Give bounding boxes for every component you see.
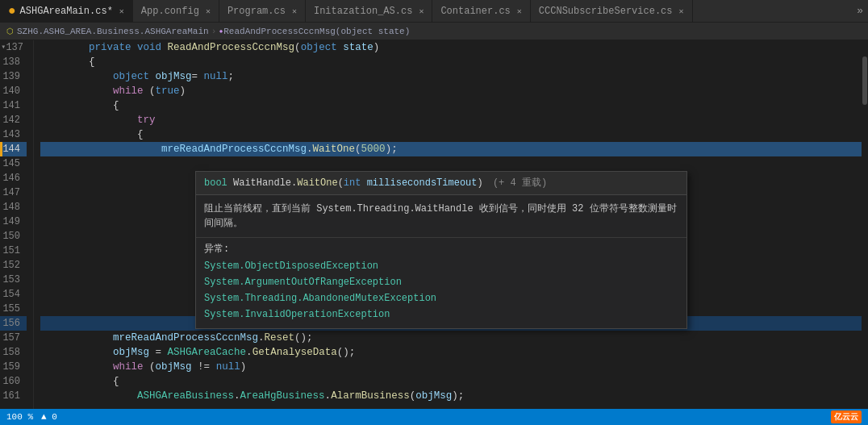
gutter-157: 157 — [0, 331, 27, 345]
close-icon[interactable]: ✕ — [119, 6, 124, 16]
code-line-137: private void ReadAndProcessCccnMsg(objec… — [40, 40, 868, 55]
popup-return-type: bool — [204, 177, 227, 189]
tab-label-container: Container.cs — [440, 6, 510, 17]
gutter-143: 143 — [0, 127, 27, 142]
tab-label-appconfig: App.config — [141, 6, 199, 17]
breadcrumb-bar: ⬡ SZHG.ASHG_AREA.Business.ASHGAreaMain ›… — [0, 23, 868, 40]
gutter-142: 142 — [0, 113, 27, 127]
gutter-147: 147 — [0, 185, 27, 200]
line-number-gutter: ▾137 138 139 140 141 142 143 144 145 146… — [0, 40, 34, 409]
popup-exception-3: System.Threading.AbandonedMutexException — [196, 290, 686, 306]
code-line-161: ASHGAreaBusiness.AreaHgBusiness.AlarmBus… — [40, 389, 868, 403]
tab-label-cccnsubscribe: CCCNSubscribeService.cs — [539, 6, 673, 17]
code-line-142: try — [40, 113, 868, 127]
logo-box: 亿云云 — [831, 410, 862, 423]
close-icon[interactable]: ✕ — [517, 6, 522, 16]
tab-ashgareamain[interactable]: ● ASHGAreaMain.cs* ✕ — [0, 0, 133, 22]
tab-label-initazation: Initazation_AS.cs — [314, 6, 412, 17]
vertical-scrollbar[interactable] — [862, 40, 868, 393]
gutter-150: 150 — [0, 229, 27, 244]
gutter-138: 138 — [0, 55, 27, 69]
gutter-156: 156 — [0, 316, 27, 331]
code-editor[interactable]: private void ReadAndProcessCccnMsg(objec… — [34, 40, 868, 409]
popup-header: bool WaitHandle.WaitOne(int milliseconds… — [196, 172, 686, 195]
breadcrumb-left: SZHG.ASHG_AREA.Business.ASHGAreaMain — [17, 27, 209, 36]
gutter-151: 151 — [0, 244, 27, 258]
class-icon: ⬡ — [6, 27, 14, 36]
code-line-160: { — [40, 374, 868, 389]
branding-logo: 亿云云 — [831, 410, 862, 423]
zoom-level: 100 % — [6, 412, 33, 422]
code-line-157: mreReadAndProcessCccnMsg.Reset(); — [40, 331, 868, 345]
gutter-146: 146 — [0, 171, 27, 185]
popup-overload: (+ 4 重载) — [493, 177, 547, 189]
code-line-159: while (objMsg != null) — [40, 360, 868, 374]
tab-container[interactable]: Container.cs ✕ — [432, 0, 530, 22]
code-line-145 — [40, 156, 868, 171]
tab-overflow-button[interactable]: » — [852, 0, 868, 22]
tab-cccnsubscribe[interactable]: CCCNSubscribeService.cs ✕ — [531, 0, 693, 22]
gutter-160: 160 — [0, 374, 27, 389]
gutter-152: 152 — [0, 258, 27, 273]
tab-modified-dot: ● — [8, 5, 16, 18]
intellisense-popup: bool WaitHandle.WaitOne(int milliseconds… — [195, 171, 687, 329]
popup-exception-4: System.InvalidOperationException — [196, 306, 686, 328]
tab-label-programcs: Program.cs — [227, 6, 286, 17]
gutter-158: 158 — [0, 345, 27, 360]
code-line-140: while (true) — [40, 84, 868, 98]
gutter-145: 145 — [0, 156, 27, 171]
close-icon[interactable]: ✕ — [206, 6, 211, 16]
popup-description: 阻止当前线程，直到当前 System.Threading.WaitHandle … — [196, 195, 686, 238]
tab-bar: ● ASHGAreaMain.cs* ✕ App.config ✕ Progra… — [0, 0, 868, 23]
popup-exception-2: System.ArgumentOutOfRangeException — [196, 274, 686, 290]
popup-method-name: WaitOne — [297, 177, 337, 189]
gutter-141: 141 — [0, 98, 27, 113]
close-icon[interactable]: ✕ — [679, 6, 684, 16]
gutter-148: 148 — [0, 200, 27, 215]
code-line-141: { — [40, 98, 868, 113]
gutter-137: ▾137 — [0, 40, 27, 55]
gutter-154: 154 — [0, 287, 27, 302]
tab-appconfig[interactable]: App.config ✕ — [133, 0, 219, 22]
close-icon[interactable]: ✕ — [292, 6, 297, 16]
scrollbar-thumb[interactable] — [862, 56, 867, 105]
gutter-139: 139 — [0, 69, 27, 84]
breadcrumb-right: ReadAndProcessCccnMsg(object state) — [223, 27, 410, 36]
gutter-153: 153 — [0, 273, 27, 287]
tab-programcs[interactable]: Program.cs ✕ — [219, 0, 306, 22]
code-line-139: object objMsg= null; — [40, 69, 868, 84]
gutter-155: 155 — [0, 302, 27, 316]
gutter-144: 144 — [0, 142, 27, 156]
gutter-159: 159 — [0, 360, 27, 374]
code-line-138: { — [40, 55, 868, 69]
status-bar: 100 % ▲ 0 亿云云 — [0, 409, 868, 425]
gutter-140: 140 — [0, 84, 27, 98]
error-count: ▲ 0 — [41, 412, 57, 422]
breadcrumb-separator: › — [211, 27, 217, 36]
popup-exceptions-title: 异常: — [196, 238, 686, 258]
gutter-161: 161 — [0, 389, 27, 403]
tab-initazation[interactable]: Initazation_AS.cs ✕ — [306, 0, 432, 22]
tab-label-ashgareamain: ASHGAreaMain.cs* — [20, 6, 113, 17]
close-icon[interactable]: ✕ — [419, 6, 424, 16]
code-line-143: { — [40, 127, 868, 142]
editor-area: ▾137 138 139 140 141 142 143 144 145 146… — [0, 40, 868, 409]
code-line-158: objMsg = ASHGAreaCache.GetAnalyseData(); — [40, 345, 868, 360]
code-line-144: mreReadAndProcessCccnMsg.WaitOne(5000); — [40, 142, 868, 156]
popup-exception-1: System.ObjectDisposedException — [196, 258, 686, 274]
popup-class: WaitHandle. — [233, 177, 297, 189]
gutter-149: 149 — [0, 215, 27, 229]
